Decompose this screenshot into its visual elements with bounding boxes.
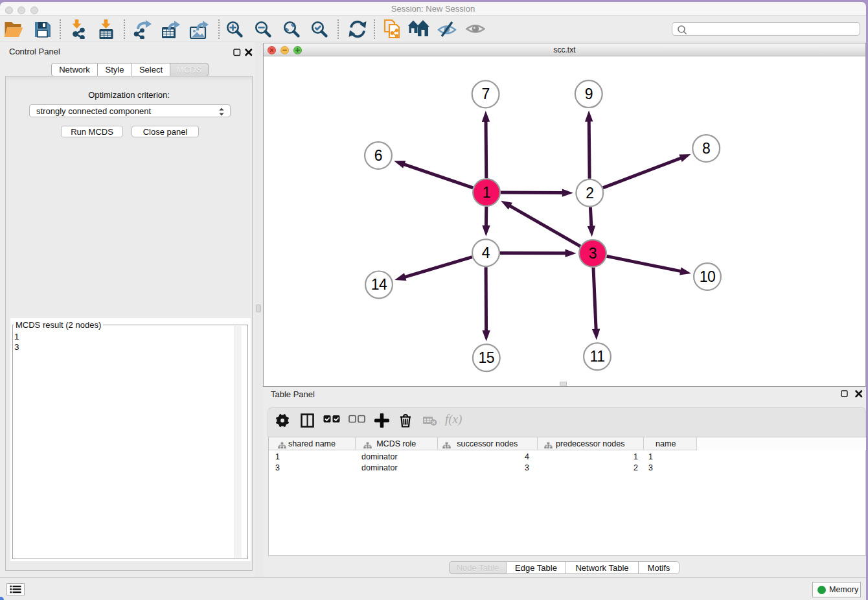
svg-text:7: 7: [481, 86, 489, 102]
svg-text:6: 6: [374, 147, 382, 164]
svg-text:9: 9: [585, 86, 593, 102]
svg-text:2: 2: [586, 185, 593, 202]
svg-text:14: 14: [371, 276, 387, 293]
svg-text:11: 11: [590, 348, 605, 365]
svg-text:15: 15: [479, 349, 495, 366]
svg-text:4: 4: [482, 244, 490, 261]
svg-text:1: 1: [483, 184, 490, 201]
svg-text:8: 8: [702, 140, 710, 157]
svg-text:10: 10: [700, 268, 716, 285]
svg-text:3: 3: [589, 245, 597, 262]
